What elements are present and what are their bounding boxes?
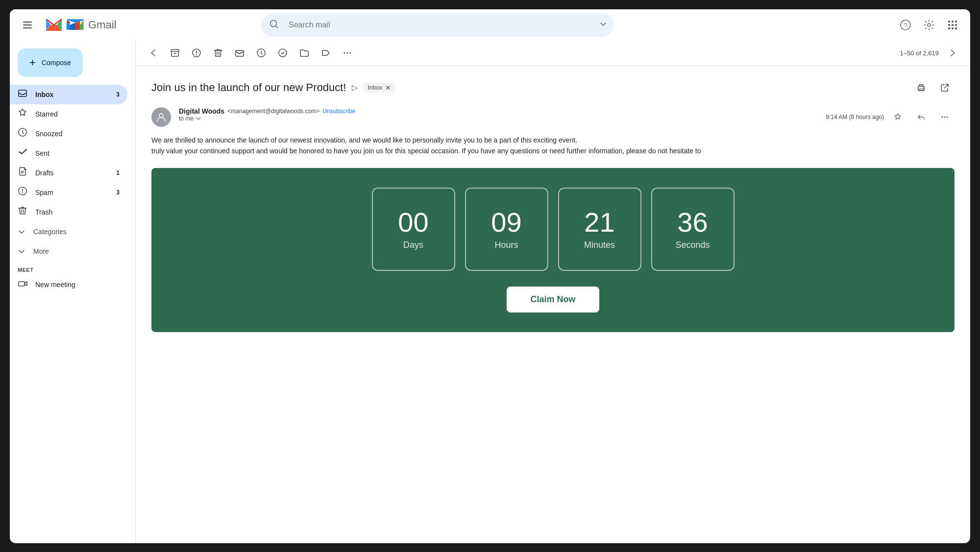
starred-label: Starred [35,110,58,118]
sent-label: Sent [35,149,49,157]
svg-point-39 [923,87,924,88]
search-input[interactable] [261,13,614,37]
more-chevron-icon [18,247,25,255]
email-body-line1: We are thrilled to announce the launch o… [151,136,577,144]
drafts-badge: 1 [116,169,120,176]
apps-button[interactable] [943,15,962,35]
countdown-hours-number: 09 [491,209,521,236]
new-meeting-item[interactable]: New meeting [10,275,127,294]
mark-unread-button[interactable] [230,43,249,63]
spam-badge: 3 [116,189,120,196]
search-bar [261,13,614,37]
svg-rect-11 [955,21,957,23]
email-body: We are thrilled to announce the launch o… [151,135,955,157]
search-dropdown-icon[interactable] [598,19,608,31]
svg-point-41 [159,114,163,118]
reply-button[interactable] [911,107,931,127]
sidebar-item-trash[interactable]: Trash [10,202,127,222]
inbox-tag-close[interactable]: ✕ [385,84,391,92]
inbox-tag-label: Inbox [368,84,382,91]
star-email-button[interactable] [888,107,907,127]
svg-rect-9 [948,21,950,23]
open-in-new-button[interactable] [935,78,955,97]
new-meeting-label: New meeting [35,281,75,288]
help-button[interactable]: ? [896,15,915,35]
email-actions-right [911,78,955,97]
sidebar-item-snoozed[interactable]: Snoozed [10,124,127,144]
main-area: + Compose Inbox 3 [10,41,970,543]
svg-rect-25 [19,282,24,286]
delete-button[interactable] [208,43,228,63]
sender-name: Digital Woods [179,107,224,115]
svg-point-36 [350,52,351,54]
subject-arrow-icon: ▷ [352,83,358,92]
categories-section[interactable]: Categories [10,222,135,241]
sender-email: <management@digitalwoods.com> [227,108,319,115]
categories-label: Categories [33,228,67,236]
snooze-button[interactable] [251,43,271,63]
snoozed-label: Snoozed [35,130,62,138]
svg-text:?: ? [904,22,907,29]
countdown-days-box: 00 Days [372,188,455,271]
email-subject-row: Join us in the launch of our new Product… [151,78,955,97]
trash-label: Trash [35,208,52,216]
video-icon [18,279,27,290]
print-button[interactable] [911,78,931,97]
sidebar: + Compose Inbox 3 [10,41,135,543]
back-button[interactable] [144,43,163,63]
svg-point-35 [347,52,348,54]
gmail-logo-area: Gmail [45,15,116,35]
email-more-button[interactable] [935,107,955,127]
sidebar-item-inbox[interactable]: Inbox 3 [10,85,127,104]
meet-section: Meet New meeting [10,265,135,294]
svg-point-44 [947,116,948,118]
more-section[interactable]: More [10,241,135,261]
chevron-down-icon [18,228,25,236]
unsubscribe-link[interactable]: Unsubscribe [322,108,355,115]
svg-rect-14 [955,24,957,26]
hamburger-button[interactable] [18,15,37,35]
svg-point-29 [196,54,197,55]
sidebar-item-sent[interactable]: Sent [10,144,127,163]
svg-line-40 [944,84,948,88]
report-spam-button[interactable] [187,43,206,63]
compose-button[interactable]: + Compose [18,48,83,77]
countdown-hours-box: 09 Hours [465,188,548,271]
svg-point-43 [944,116,946,118]
sidebar-item-starred[interactable]: Starred [10,104,127,124]
svg-rect-1 [23,24,32,25]
archive-button[interactable] [165,43,185,63]
draft-icon [18,167,27,179]
claim-now-button[interactable]: Claim Now [507,287,599,312]
settings-button[interactable] [919,15,939,35]
clock-icon [18,127,27,140]
svg-rect-17 [955,27,957,29]
compose-plus-icon: + [29,56,36,69]
svg-rect-15 [948,27,950,29]
inbox-tag: Inbox ✕ [364,83,394,93]
sidebar-item-spam[interactable]: Spam 3 [10,183,127,202]
gmail-window: Gmail ? [10,9,970,543]
sidebar-item-drafts[interactable]: Drafts 1 [10,163,127,183]
svg-point-8 [928,24,931,26]
pagination-next[interactable] [943,43,962,63]
sent-icon [18,147,27,159]
dropdown-arrow-icon[interactable] [196,116,201,121]
email-time-area: 9:14 AM (8 hours ago) [826,107,955,127]
email-subject: Join us in the launch of our new Product… [151,81,346,94]
add-task-button[interactable] [273,43,293,63]
pagination: 1–50 of 2,619 [900,43,962,63]
sender-to: to me [179,115,818,122]
labels-button[interactable] [316,43,336,63]
countdown-days-number: 00 [398,209,428,236]
compose-label: Compose [42,59,71,67]
svg-rect-26 [171,49,179,51]
svg-rect-30 [236,50,244,56]
svg-rect-16 [952,27,954,29]
svg-rect-2 [23,27,32,28]
move-to-button[interactable] [294,43,314,63]
countdown-seconds-number: 36 [677,209,708,236]
countdown-minutes-label: Minutes [584,240,615,250]
more-options-button[interactable] [338,43,357,63]
countdown-minutes-box: 21 Minutes [558,188,641,271]
